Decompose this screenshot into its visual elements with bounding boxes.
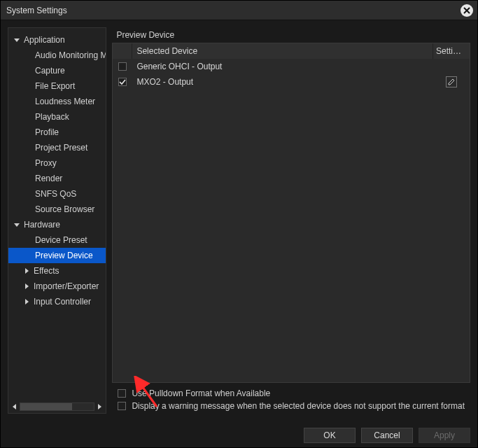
table-row[interactable]: MXO2 - Output (113, 74, 470, 90)
tree-label: Profile (32, 127, 59, 137)
check-icon (119, 78, 126, 85)
tree-item-loudness-meter[interactable]: Loudness Meter (8, 94, 106, 109)
tree-item-preview-device[interactable]: Preview Device (8, 248, 106, 263)
tree-label: Project Preset (32, 143, 87, 153)
panel-options: Use Pulldown Format when Available Displ… (112, 383, 470, 414)
chevron-right-icon (22, 284, 31, 289)
tree-label: Preview Device (32, 251, 93, 260)
tree-item-file-export[interactable]: File Export (8, 78, 106, 94)
scrollbar-track[interactable] (20, 402, 94, 411)
tree-section-effects[interactable]: Effects (8, 263, 106, 279)
option-warning-row: Display a warning message when the selec… (113, 400, 469, 412)
tree-item-capture[interactable]: Capture (8, 63, 106, 78)
tree-label: Device Preset (32, 235, 87, 245)
option-pulldown-row: Use Pulldown Format when Available (113, 387, 469, 400)
table-body: Generic OHCI - Output MXO2 - Output (113, 59, 470, 382)
tree-label: Capture (32, 66, 65, 76)
tree-item-project-preset[interactable]: Project Preset (8, 140, 106, 155)
row-name: MXO2 - Output (132, 74, 433, 90)
table-header: Selected Device Setti… (113, 43, 470, 59)
tree-label: Input Controller (31, 297, 91, 307)
tree-label: Source Browser (32, 204, 94, 214)
tree-section-application[interactable]: Application (8, 32, 106, 48)
option-warning-label: Display a warning message when the selec… (132, 401, 465, 411)
tree-label: Playback (32, 112, 69, 122)
tree-label: SNFS QoS (32, 189, 76, 199)
tree-item-render[interactable]: Render (8, 171, 106, 186)
tree-label: Importer/Exporter (31, 281, 99, 291)
tree-item-audio-monitoring-mode[interactable]: Audio Monitoring Mode (8, 48, 106, 63)
tree-item-source-browser[interactable]: Source Browser (8, 202, 106, 217)
device-settings-button[interactable] (446, 76, 457, 88)
preview-device-panel: Preview Device Selected Device Setti… Ge… (112, 27, 470, 414)
close-icon (463, 7, 470, 14)
tree-label: Audio Monitoring Mode (32, 50, 106, 60)
tree-section-importer-exporter[interactable]: Importer/Exporter (8, 279, 106, 294)
titlebar: System Settings (1, 1, 477, 20)
tree-item-profile[interactable]: Profile (8, 125, 106, 140)
sidebar-horizontal-scrollbar[interactable] (10, 402, 104, 412)
row-settings (433, 74, 470, 90)
chevron-right-icon (22, 268, 31, 274)
row-checkbox-cell (113, 59, 132, 74)
column-checkbox (113, 43, 132, 59)
tree-item-proxy[interactable]: Proxy (8, 155, 106, 171)
pencil-icon (447, 78, 456, 86)
cancel-button[interactable]: Cancel (361, 428, 413, 443)
content-layout: Application Audio Monitoring Mode Captur… (8, 27, 470, 414)
tree-label: Render (32, 174, 62, 183)
close-button[interactable] (461, 4, 473, 17)
tree-item-device-preset[interactable]: Device Preset (8, 232, 106, 248)
tree-item-playback[interactable]: Playback (8, 109, 106, 125)
scrollbar-thumb[interactable] (20, 403, 72, 410)
device-checkbox-generic-ohci[interactable] (118, 62, 127, 71)
system-settings-window: System Settings Application Audio Monito… (0, 0, 478, 448)
table-row[interactable]: Generic OHCI - Output (113, 59, 470, 74)
device-table: Selected Device Setti… Generic OHCI - Ou… (112, 43, 470, 383)
tree-label: Proxy (32, 158, 57, 168)
tree-item-snfs-qos[interactable]: SNFS QoS (8, 186, 106, 202)
column-settings[interactable]: Setti… (433, 43, 470, 59)
panel-title: Preview Device (112, 27, 470, 43)
tree-section-input-controller[interactable]: Input Controller (8, 294, 106, 309)
tree-label: Effects (31, 266, 59, 276)
option-pulldown-label: Use Pulldown Format when Available (132, 388, 270, 398)
chevron-down-icon (13, 37, 21, 43)
chevron-down-icon (13, 222, 21, 227)
tree-label: Application (21, 35, 65, 45)
chevron-right-icon (22, 299, 31, 304)
dialog-footer: OK Cancel Apply (1, 424, 477, 447)
tree-label: Hardware (21, 220, 60, 230)
option-warning-checkbox[interactable] (118, 402, 126, 410)
row-settings (433, 59, 470, 74)
ok-button[interactable]: OK (304, 428, 356, 443)
content-area: Application Audio Monitoring Mode Captur… (1, 20, 477, 447)
option-pulldown-checkbox[interactable] (118, 389, 126, 398)
settings-tree: Application Audio Monitoring Mode Captur… (8, 27, 106, 414)
window-title: System Settings (6, 6, 67, 15)
tree-section-hardware[interactable]: Hardware (8, 217, 106, 232)
device-checkbox-mxo2[interactable] (118, 78, 127, 86)
row-name: Generic OHCI - Output (132, 59, 433, 74)
scroll-left-icon[interactable] (10, 402, 20, 412)
row-checkbox-cell (113, 74, 132, 90)
tree-label: Loudness Meter (32, 97, 95, 106)
scroll-right-icon[interactable] (94, 402, 104, 412)
tree-label: File Export (32, 81, 75, 91)
apply-button[interactable]: Apply (419, 428, 470, 443)
column-selected-device[interactable]: Selected Device (132, 43, 433, 59)
